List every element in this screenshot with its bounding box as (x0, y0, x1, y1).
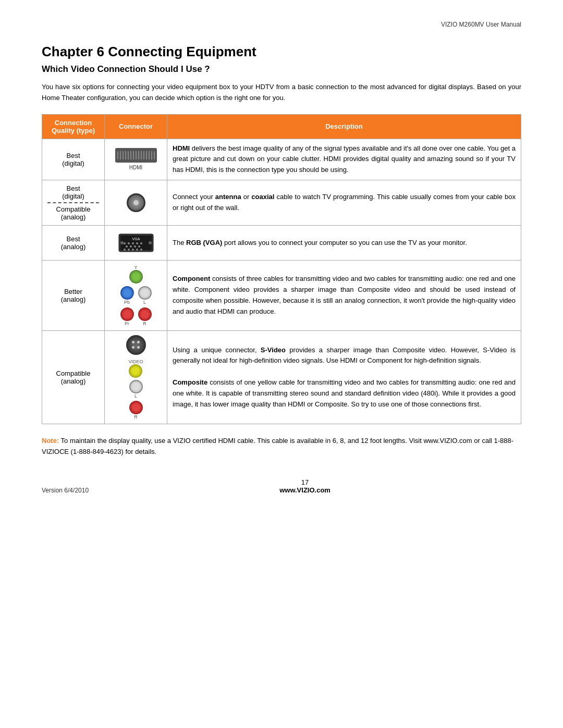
col-header-quality: Connection Quality (type) (42, 114, 105, 139)
col-header-description: Description (167, 114, 521, 139)
composite-video-group: VIDEO (128, 359, 143, 378)
svg-point-18 (149, 241, 152, 244)
svg-point-13 (128, 249, 130, 251)
table-row: Compatible(analog) VIDEO (42, 330, 521, 424)
video-label: VIDEO (128, 359, 143, 364)
component-l-dot (138, 286, 152, 300)
component-icon-wrap: Y Pb L (110, 265, 162, 326)
svideo-pin (137, 341, 140, 343)
component-pr-group: Pr (120, 307, 134, 326)
connector-coaxial (105, 180, 167, 225)
desc-svideo-composite: Using a unique connector, S-Video provid… (167, 330, 521, 424)
svg-point-15 (136, 249, 138, 251)
table-row: Best(digital) Compatible(analog) Connect… (42, 180, 521, 225)
svideo-pin (132, 346, 134, 349)
coaxial-icon (127, 193, 145, 212)
composite-l-label: L (134, 393, 137, 399)
composite-l-dot (129, 380, 143, 393)
connection-table: Connection Quality (type) Connector Desc… (42, 114, 521, 424)
component-pr-dot (120, 307, 134, 321)
hdmi-label: HDMI (129, 165, 143, 170)
connector-hdmi: HDMI (105, 139, 167, 180)
composite-r-group: R (129, 401, 143, 419)
composite-video-dot (129, 364, 142, 378)
svg-point-9 (130, 245, 132, 248)
desc-vga: The RGB (VGA) port allows you to connect… (167, 225, 521, 260)
intro-paragraph: You have six options for connecting your… (42, 82, 521, 104)
hdmi-icon (115, 148, 157, 163)
table-row: Better(analog) Y Pb (42, 260, 521, 330)
component-l-group: L (138, 286, 152, 305)
desc-coaxial: Connect your antenna or coaxial cable to… (167, 180, 521, 225)
svideo-pin (132, 341, 134, 343)
component-l-label: L (143, 300, 146, 305)
col-header-connector: Connector (105, 114, 167, 139)
component-y-label: Y (134, 265, 137, 270)
connector-vga: VGA (105, 225, 167, 260)
desc-component: Component consists of three cables for t… (167, 260, 521, 330)
component-y-dot (129, 270, 143, 283)
manual-title: VIZIO M260MV User Manual (441, 21, 521, 28)
svg-point-6 (136, 242, 138, 244)
quality-vga: Best(analog) (42, 225, 105, 260)
version-text: Version 6/4/2010 (42, 487, 89, 494)
quality-component: Better(analog) (42, 260, 105, 330)
component-pr-r-group: Pr R (120, 307, 152, 326)
composite-r-dot (129, 401, 143, 414)
vga-icon-wrap: VGA (110, 230, 162, 256)
svg-point-14 (132, 249, 134, 251)
component-r-dot (138, 307, 152, 321)
connector-component: Y Pb L (105, 260, 167, 330)
svideo-pin (137, 346, 140, 349)
svg-point-4 (128, 242, 130, 244)
dashed-divider (47, 202, 99, 203)
composite-l-group: L (129, 380, 143, 399)
svg-point-17 (120, 241, 124, 244)
section-title: Which Video Connection Should I Use ? (42, 64, 521, 75)
svg-point-11 (138, 245, 140, 248)
chapter-title: Chapter 6 Connecting Equipment (42, 44, 521, 60)
page-header: VIZIO M260MV User Manual (42, 21, 521, 28)
svideo-composite-icon-wrap: VIDEO L R (110, 335, 162, 419)
footer-center: 17 www.VIZIO.com (89, 478, 521, 494)
note-label: Note: (42, 437, 59, 445)
svg-point-12 (124, 249, 126, 251)
component-y-group: Y (129, 265, 143, 283)
svg-point-7 (140, 242, 142, 244)
svg-point-10 (134, 245, 136, 248)
footer-website: www.VIZIO.com (279, 486, 331, 494)
note-paragraph: Note: To maintain the display quality, u… (42, 436, 521, 458)
table-row: Best(analog) VGA (42, 225, 521, 260)
table-row: Best(digital) HDMI HDMI delivers the bes… (42, 139, 521, 180)
component-pb-group: Pb (120, 286, 134, 305)
component-pr-label: Pr (125, 321, 129, 326)
quality-svideo-composite: Compatible(analog) (42, 330, 105, 424)
quality-hdmi: Best(digital) (42, 139, 105, 180)
svg-point-5 (132, 242, 134, 244)
component-pb-l-group: Pb L (120, 286, 152, 305)
svg-point-8 (126, 245, 128, 248)
svideo-icon (126, 335, 146, 355)
component-pb-label: Pb (124, 300, 130, 305)
svg-point-16 (140, 249, 142, 251)
note-text: To maintain the display quality, use a V… (42, 437, 513, 455)
connector-svideo-composite: VIDEO L R (105, 330, 167, 424)
desc-hdmi: HDMI delivers the best image quality of … (167, 139, 521, 180)
component-r-group: R (138, 307, 152, 326)
svg-text:VGA: VGA (132, 237, 140, 241)
component-pb-dot (120, 286, 134, 300)
page-number: 17 (89, 478, 521, 486)
quality-coaxial: Best(digital) Compatible(analog) (42, 180, 105, 225)
svideo-pins (128, 337, 144, 353)
coaxial-icon-wrap (110, 193, 162, 212)
component-r-label: R (143, 321, 146, 326)
coaxial-inner-dot (133, 200, 139, 205)
page-footer: Version 6/4/2010 17 www.VIZIO.com (42, 478, 521, 494)
vga-icon: VGA (118, 230, 154, 256)
svg-point-3 (124, 242, 126, 244)
composite-r-label: R (134, 414, 138, 419)
